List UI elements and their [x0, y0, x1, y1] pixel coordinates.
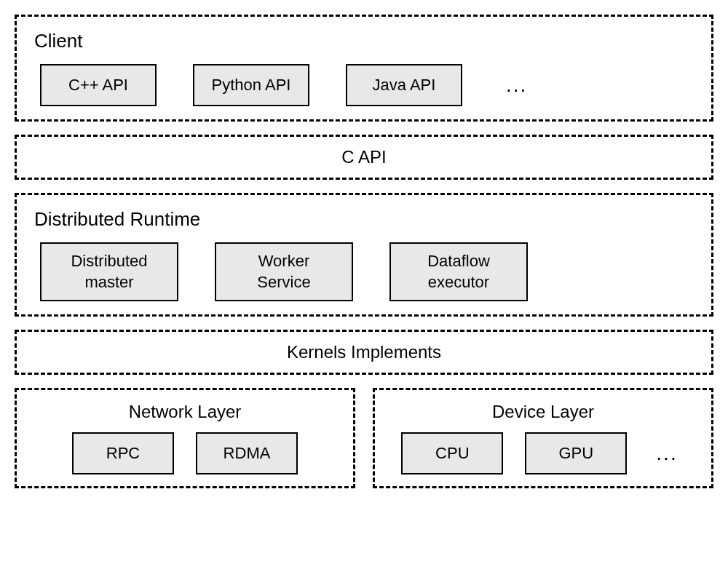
- worker-service-line2: Service: [234, 272, 334, 293]
- client-title: Client: [34, 30, 694, 52]
- client-ellipsis: ...: [499, 74, 534, 97]
- distributed-runtime-items-row: Distributed master Worker Service Datafl…: [34, 242, 694, 301]
- rpc-box: RPC: [72, 432, 174, 474]
- client-item-cpp-api: C++ API: [40, 64, 157, 106]
- worker-service-box: Worker Service: [215, 242, 353, 301]
- dataflow-executor-line1: Dataflow: [408, 251, 509, 272]
- c-api-label: C API: [34, 147, 694, 167]
- network-layer-title: Network Layer: [31, 402, 339, 422]
- diagram-container: Client C++ API Python API Java API ... C…: [15, 15, 713, 488]
- gpu-box: GPU: [525, 432, 627, 474]
- client-items-row: C++ API Python API Java API ...: [34, 64, 694, 106]
- device-layer-ellipsis: ...: [649, 442, 684, 465]
- worker-service-line1: Worker: [234, 251, 334, 272]
- distributed-runtime-section: Distributed Runtime Distributed master W…: [15, 193, 713, 317]
- device-layer-section: Device Layer CPU GPU ...: [373, 388, 713, 488]
- device-layer-title: Device Layer: [389, 402, 697, 422]
- rdma-box: RDMA: [196, 432, 298, 474]
- bottom-row: Network Layer RPC RDMA Device Layer CPU …: [15, 388, 713, 488]
- distributed-master-line2: master: [59, 272, 159, 293]
- dataflow-executor-box: Dataflow executor: [389, 242, 528, 301]
- distributed-master-line1: Distributed: [59, 251, 159, 272]
- device-layer-items-row: CPU GPU ...: [389, 432, 697, 474]
- client-item-java-api: Java API: [346, 64, 462, 106]
- client-section: Client C++ API Python API Java API ...: [15, 15, 713, 122]
- kernels-label: Kernels Implements: [34, 342, 694, 362]
- dataflow-executor-line2: executor: [408, 272, 509, 293]
- client-item-python-api: Python API: [193, 64, 309, 106]
- network-layer-items-row: RPC RDMA: [31, 432, 339, 474]
- network-layer-section: Network Layer RPC RDMA: [15, 388, 355, 488]
- distributed-master-box: Distributed master: [40, 242, 178, 301]
- c-api-section: C API: [15, 135, 713, 180]
- cpu-box: CPU: [401, 432, 503, 474]
- kernels-section: Kernels Implements: [15, 330, 713, 375]
- distributed-runtime-title: Distributed Runtime: [34, 208, 694, 231]
